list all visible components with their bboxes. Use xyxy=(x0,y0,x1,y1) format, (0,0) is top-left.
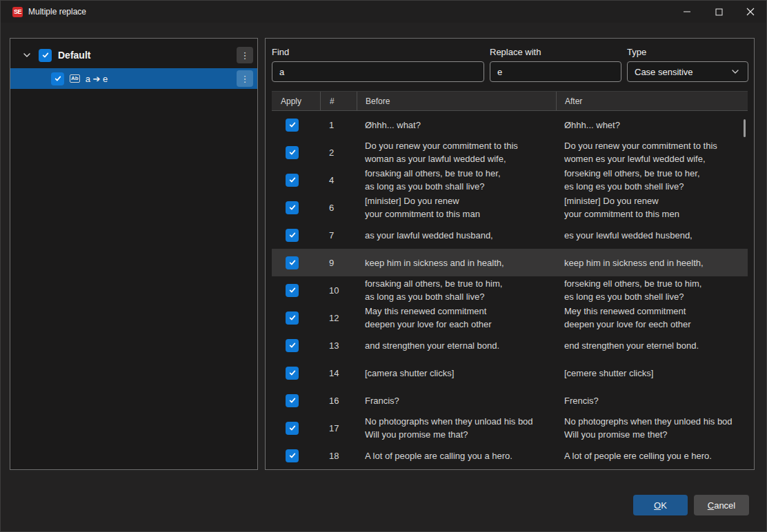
row-number: 9 xyxy=(320,249,357,276)
row-number: 4 xyxy=(320,166,357,194)
row-number: 18 xyxy=(320,442,357,469)
app-logo-icon: SE xyxy=(12,7,23,17)
tree-group-default[interactable]: Default ⋮ xyxy=(10,45,257,65)
type-label: Type xyxy=(627,47,748,57)
case-sensitive-icon: Ab xyxy=(70,74,80,83)
replace-editor-panel: Find Replace with Type Case sensitive Ap… xyxy=(265,38,755,470)
table-body: 1Øhhh... what?Øhhh... whet?2Do you renew… xyxy=(272,111,748,469)
table-row[interactable]: 18A lot of people are calling you a hero… xyxy=(272,442,748,469)
after-text: forseking ell others, be true to her,es … xyxy=(556,166,748,194)
chevron-down-icon xyxy=(730,66,741,77)
multiple-replace-window: { "window": { "title": "Multiple replace… xyxy=(0,0,767,532)
after-text: forseking ell others, be true to him,es … xyxy=(556,276,748,304)
apply-checkbox[interactable] xyxy=(286,339,299,352)
before-text: [minister] Do you renewyour commitment t… xyxy=(357,194,556,221)
apply-checkbox[interactable] xyxy=(286,284,299,297)
table-row[interactable]: 9keep him in sickness and in health,keep… xyxy=(272,249,748,276)
chevron-down-icon[interactable] xyxy=(21,50,32,61)
apply-checkbox[interactable] xyxy=(286,174,299,187)
rule-checkbox[interactable] xyxy=(51,72,64,85)
before-text: No photographs when they unload his bodW… xyxy=(357,414,556,442)
replace-with-input[interactable] xyxy=(490,61,621,82)
table-row[interactable]: 17No photographs when they unload his bo… xyxy=(272,414,748,442)
tree-rule-item[interactable]: Ab a ➔ e ⋮ xyxy=(10,68,257,89)
row-number: 6 xyxy=(320,194,357,221)
header-apply[interactable]: Apply xyxy=(272,92,320,110)
group-checkbox[interactable] xyxy=(39,49,52,62)
before-text: Do you renew your commitment to thiswoma… xyxy=(357,139,556,166)
before-text: [camera shutter clicks] xyxy=(357,359,556,387)
before-text: forsaking all others, be true to him,as … xyxy=(357,276,556,304)
before-text: and strengthen your eternal bond. xyxy=(357,331,556,359)
type-dropdown-value: Case sensitive xyxy=(635,67,693,77)
before-text: forsaking all others, be true to her,as … xyxy=(357,166,556,194)
after-text: A lot of people ere celling you e hero. xyxy=(556,442,748,469)
after-text: Mey this renewed commitmentdeepen your l… xyxy=(556,304,748,331)
table-row[interactable]: 12May this renewed commitmentdeepen your… xyxy=(272,304,748,331)
find-input[interactable] xyxy=(272,61,484,82)
row-number: 17 xyxy=(320,414,357,442)
apply-checkbox[interactable] xyxy=(286,311,299,325)
after-text: [cemere shutter clicks] xyxy=(556,359,748,387)
before-text: Øhhh... what? xyxy=(357,111,556,139)
apply-checkbox[interactable] xyxy=(286,119,299,132)
table-row[interactable]: 16Francis?Frencis? xyxy=(272,387,748,414)
before-text: Francis? xyxy=(357,387,556,414)
header-before[interactable]: Before xyxy=(357,92,556,110)
scrollbar-thumb[interactable] xyxy=(744,119,746,137)
before-text: May this renewed commitmentdeepen your l… xyxy=(357,304,556,331)
window-title: Multiple replace xyxy=(28,7,671,17)
row-number: 1 xyxy=(320,111,357,139)
close-button[interactable] xyxy=(735,1,766,23)
apply-checkbox[interactable] xyxy=(286,256,299,269)
replace-preview-table: Apply # Before After 1Øhhh... what?Øhhh.… xyxy=(272,91,748,470)
apply-checkbox[interactable] xyxy=(286,146,299,159)
cancel-button[interactable]: Cancel xyxy=(694,495,749,515)
replace-with-label: Replace with xyxy=(490,47,621,57)
minimize-icon xyxy=(683,8,691,16)
ok-button[interactable]: OK xyxy=(633,495,688,515)
title-bar: SE Multiple replace xyxy=(1,1,766,23)
group-menu-button[interactable]: ⋮ xyxy=(237,47,253,63)
find-label: Find xyxy=(272,47,484,57)
row-number: 16 xyxy=(320,387,357,414)
after-text: keep him in sickness end in heelth, xyxy=(556,249,748,276)
group-label: Default xyxy=(58,50,230,61)
apply-checkbox[interactable] xyxy=(286,229,299,242)
table-row[interactable]: 14[camera shutter clicks][cemere shutter… xyxy=(272,359,748,387)
table-row[interactable]: 7as your lawful wedded husband,es your l… xyxy=(272,221,748,249)
apply-checkbox[interactable] xyxy=(286,422,299,435)
rule-menu-button[interactable]: ⋮ xyxy=(237,70,253,87)
minimize-button[interactable] xyxy=(671,1,703,23)
after-text: Frencis? xyxy=(556,387,748,414)
header-number[interactable]: # xyxy=(320,92,357,110)
row-number: 14 xyxy=(320,359,357,387)
table-row[interactable]: 13and strengthen your eternal bond.end s… xyxy=(272,331,748,359)
row-number: 12 xyxy=(320,304,357,331)
after-text: es your lewful wedded husbend, xyxy=(556,221,748,249)
before-text: A lot of people are calling you a hero. xyxy=(357,442,556,469)
row-number: 2 xyxy=(320,139,357,166)
table-row[interactable]: 1Øhhh... what?Øhhh... whet? xyxy=(272,111,748,139)
apply-checkbox[interactable] xyxy=(286,367,299,380)
row-number: 7 xyxy=(320,221,357,249)
maximize-button[interactable] xyxy=(703,1,735,23)
table-row[interactable]: 4forsaking all others, be true to her,as… xyxy=(272,166,748,194)
apply-checkbox[interactable] xyxy=(286,394,299,407)
table-row[interactable]: 2Do you renew your commitment to thiswom… xyxy=(272,139,748,166)
before-text: as your lawful wedded husband, xyxy=(357,221,556,249)
table-row[interactable]: 10forsaking all others, be true to him,a… xyxy=(272,276,748,304)
type-dropdown[interactable]: Case sensitive xyxy=(627,61,748,82)
row-number: 13 xyxy=(320,331,357,359)
apply-checkbox[interactable] xyxy=(286,449,299,462)
table-row[interactable]: 6[minister] Do you renewyour commitment … xyxy=(272,194,748,221)
row-number: 10 xyxy=(320,276,357,304)
close-icon xyxy=(746,8,755,16)
apply-checkbox[interactable] xyxy=(286,201,299,214)
table-header: Apply # Before After xyxy=(272,92,748,111)
before-text: keep him in sickness and in health, xyxy=(357,249,556,276)
header-after[interactable]: After xyxy=(556,92,748,110)
after-text: end strengthen your eternel bond. xyxy=(556,331,748,359)
rule-groups-panel: Default ⋮ Ab a ➔ e ⋮ xyxy=(10,38,258,470)
after-text: No photogrephs when they unloed his bodW… xyxy=(556,414,748,442)
